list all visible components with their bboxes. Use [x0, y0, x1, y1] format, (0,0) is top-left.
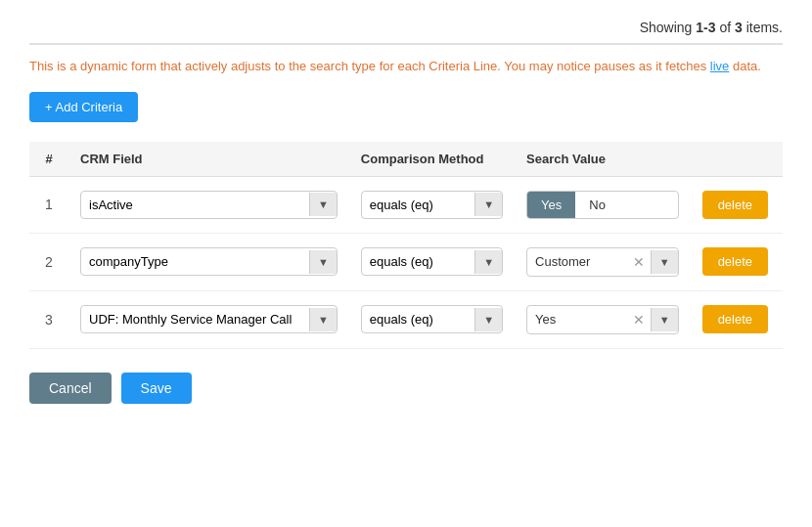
col-header-crm-field: CRM Field	[68, 142, 349, 177]
crm-field-select[interactable]: UDF: Monthly Service Manager Call	[81, 306, 309, 332]
no-toggle-button[interactable]: No	[575, 192, 619, 218]
tag-clear-button[interactable]: ✕	[627, 306, 651, 333]
crm-field-dropdown-arrow[interactable]: ▼	[309, 193, 337, 216]
comparison-dropdown-arrow[interactable]: ▼	[474, 193, 502, 216]
save-button[interactable]: Save	[121, 373, 192, 404]
col-header-comparison: Comparison Method	[349, 142, 515, 177]
delete-cell: delete	[691, 176, 783, 233]
live-word: live	[710, 59, 730, 73]
tag-text: Yes	[527, 306, 627, 332]
row-number: 3	[29, 290, 68, 348]
value-tag-wrapper: Customer✕▼	[526, 247, 679, 277]
showing-text: Showing 1-3 of 3 items.	[640, 20, 783, 35]
tag-clear-button[interactable]: ✕	[627, 248, 651, 276]
comparison-cell: equals (eq)▼	[349, 233, 515, 290]
delete-cell: delete	[691, 233, 783, 290]
add-criteria-button[interactable]: + Add Criteria	[29, 92, 138, 122]
comparison-dropdown-arrow[interactable]: ▼	[474, 308, 502, 331]
delete-cell: delete	[691, 290, 783, 348]
search-value-cell: Customer✕▼	[515, 233, 691, 290]
comparison-select[interactable]: equals (eq)	[362, 248, 474, 275]
tag-dropdown-arrow[interactable]: ▼	[651, 250, 678, 274]
top-bar: Showing 1-3 of 3 items.	[29, 20, 783, 45]
tag-text: Customer	[527, 248, 627, 275]
crm-field-cell: UDF: Monthly Service Manager Call▼	[68, 290, 349, 348]
crm-field-dropdown-arrow[interactable]: ▼	[309, 250, 337, 274]
delete-button[interactable]: delete	[702, 191, 768, 219]
footer-actions: Cancel Save	[29, 373, 783, 404]
delete-button[interactable]: delete	[702, 247, 768, 276]
crm-field-select-wrapper[interactable]: companyType▼	[80, 247, 338, 276]
crm-field-cell: isActive▼	[68, 176, 349, 233]
crm-field-select[interactable]: companyType	[81, 248, 309, 275]
table-row: 1isActive▼equals (eq)▼YesNodelete	[29, 176, 783, 233]
crm-field-select-wrapper[interactable]: UDF: Monthly Service Manager Call▼	[80, 305, 338, 333]
criteria-rows: 1isActive▼equals (eq)▼YesNodelete2compan…	[29, 176, 783, 348]
table-row: 3UDF: Monthly Service Manager Call▼equal…	[29, 290, 783, 348]
comparison-cell: equals (eq)▼	[349, 290, 515, 348]
comparison-cell: equals (eq)▼	[349, 176, 515, 233]
col-header-search-value: Search Value	[515, 142, 691, 177]
criteria-table: # CRM Field Comparison Method Search Val…	[29, 142, 783, 349]
value-tag-wrapper: Yes✕▼	[526, 305, 679, 334]
crm-field-cell: companyType▼	[68, 233, 349, 290]
tag-dropdown-arrow[interactable]: ▼	[651, 308, 678, 331]
cancel-button[interactable]: Cancel	[29, 373, 112, 404]
table-row: 2companyType▼equals (eq)▼Customer✕▼delet…	[29, 233, 783, 290]
comparison-dropdown-arrow[interactable]: ▼	[474, 250, 502, 274]
comparison-select-wrapper[interactable]: equals (eq)▼	[361, 305, 503, 333]
crm-field-dropdown-arrow[interactable]: ▼	[309, 308, 337, 331]
search-value-cell: Yes✕▼	[515, 290, 691, 348]
col-header-action	[691, 142, 783, 177]
table-header: # CRM Field Comparison Method Search Val…	[29, 142, 783, 177]
crm-field-select-wrapper[interactable]: isActive▼	[80, 191, 338, 219]
comparison-select-wrapper[interactable]: equals (eq)▼	[361, 191, 503, 219]
search-value-cell: YesNo	[515, 176, 691, 233]
yes-toggle-button[interactable]: Yes	[527, 192, 575, 218]
row-number: 2	[29, 233, 68, 290]
col-header-hash: #	[29, 142, 68, 177]
row-number: 1	[29, 176, 68, 233]
delete-button[interactable]: delete	[702, 305, 768, 333]
crm-field-select[interactable]: isActive	[81, 192, 309, 218]
comparison-select[interactable]: equals (eq)	[362, 192, 474, 218]
yes-no-toggle: YesNo	[526, 191, 679, 219]
comparison-select-wrapper[interactable]: equals (eq)▼	[361, 247, 503, 276]
info-banner: This is a dynamic form that actively adj…	[29, 57, 783, 76]
comparison-select[interactable]: equals (eq)	[362, 306, 474, 332]
